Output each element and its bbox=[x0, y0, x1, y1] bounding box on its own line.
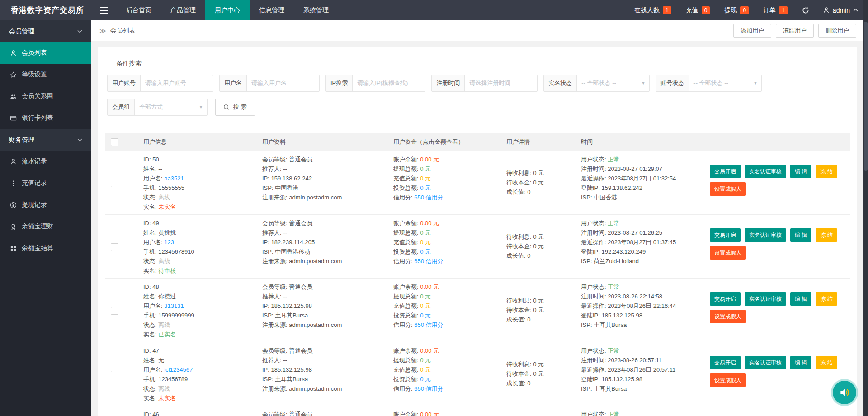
member-recharge-total[interactable]: 0 元 bbox=[420, 366, 431, 373]
field-input[interactable]: 请输入用户名 ▼ bbox=[247, 75, 319, 91]
member-balance[interactable]: 0.00 元 bbox=[420, 156, 439, 163]
field-label: 用户状态: bbox=[581, 284, 608, 290]
action-button[interactable]: 冻 结 bbox=[816, 228, 837, 242]
member-withdraw-total[interactable]: 0 元 bbox=[420, 165, 431, 172]
chevron-down-icon: ▼ bbox=[641, 75, 645, 91]
refresh-icon[interactable] bbox=[795, 7, 816, 14]
user-menu[interactable]: admin bbox=[816, 7, 868, 14]
action-button[interactable]: 实名认证审核 bbox=[745, 292, 786, 306]
action-button[interactable]: 设置成假人 bbox=[710, 310, 746, 323]
member-credit-score[interactable]: 650 信用分 bbox=[414, 194, 443, 201]
nav-tab[interactable]: 信息管理 bbox=[250, 0, 294, 20]
sidebar-item[interactable]: 等级设置 bbox=[0, 64, 91, 85]
member-recharge-total[interactable]: 0 元 bbox=[420, 239, 431, 246]
sidebar-item[interactable]: 银行卡列表 bbox=[0, 107, 91, 129]
member-username-link[interactable]: lcl1234567 bbox=[164, 366, 193, 373]
topbar-stat[interactable]: 充值 0 bbox=[679, 6, 717, 14]
member-group-select[interactable]: 全部方式 ▼ bbox=[135, 99, 207, 115]
sidebar-item[interactable]: 提现记录 bbox=[0, 194, 91, 216]
action-button[interactable]: 交易开启 bbox=[710, 292, 741, 306]
nav-tab[interactable]: 后台首页 bbox=[117, 0, 161, 20]
nav-tab[interactable]: 系统管理 bbox=[294, 0, 338, 20]
hamburger-menu-icon[interactable] bbox=[91, 7, 117, 14]
action-button[interactable]: 实名认证审核 bbox=[745, 228, 786, 242]
nav-tab[interactable]: 产品管理 bbox=[161, 0, 205, 20]
sidebar-group-title[interactable]: 会员管理 bbox=[0, 20, 91, 42]
action-button[interactable]: 设置成假人 bbox=[710, 246, 746, 260]
field-label: 成长值: bbox=[506, 316, 527, 323]
page-action-button[interactable]: 删除用户 bbox=[818, 24, 856, 38]
field-label: 注册来源: bbox=[262, 321, 289, 328]
row-checkbox[interactable] bbox=[111, 307, 118, 315]
member-recharge-total[interactable]: 0 元 bbox=[420, 303, 431, 309]
sidebar-group-title[interactable]: 财务管理 bbox=[0, 129, 91, 151]
sidebar-item[interactable]: 充值记录 bbox=[0, 172, 91, 194]
scrollbar-thumb[interactable] bbox=[864, 22, 868, 171]
member-ip: 185.132.125.98 bbox=[271, 303, 312, 309]
select-all-checkbox[interactable] bbox=[111, 138, 118, 146]
sidebar-item[interactable]: 会员关系网 bbox=[0, 85, 91, 107]
field-label: 姓名: bbox=[143, 357, 158, 364]
action-button[interactable]: 编 辑 bbox=[790, 228, 811, 242]
member-balance[interactable]: 0.00 元 bbox=[420, 284, 439, 290]
action-button[interactable]: 实名认证审核 bbox=[745, 165, 786, 178]
action-button[interactable]: 冻 结 bbox=[816, 356, 837, 369]
action-button[interactable]: 冻 结 bbox=[816, 165, 837, 178]
page-action-button[interactable]: 添加用户 bbox=[733, 24, 771, 38]
member-credit-score[interactable]: 650 信用分 bbox=[414, 385, 443, 392]
member-username-link[interactable]: 123 bbox=[164, 239, 174, 246]
member-balance[interactable]: 0.00 元 bbox=[420, 220, 439, 227]
action-button[interactable]: 交易开启 bbox=[710, 228, 741, 242]
action-button[interactable]: 交易开启 bbox=[710, 356, 741, 369]
field-input[interactable]: -- 全部状态 -- ▼ bbox=[689, 75, 761, 91]
user-icon bbox=[9, 158, 17, 165]
sidebar-item[interactable]: 余额宝理财 bbox=[0, 216, 91, 237]
member-invest-total[interactable]: 0 元 bbox=[420, 312, 431, 319]
sound-float-button[interactable] bbox=[833, 381, 856, 404]
action-button[interactable]: 编 辑 bbox=[790, 165, 811, 178]
row-checkbox[interactable] bbox=[111, 371, 118, 378]
member-invest-total[interactable]: 0 元 bbox=[420, 248, 431, 255]
stat-label: 充值 bbox=[686, 6, 698, 14]
member-username-link[interactable]: aa3521 bbox=[164, 175, 184, 182]
action-button[interactable]: 编 辑 bbox=[790, 292, 811, 306]
action-button[interactable]: 冻 结 bbox=[816, 292, 837, 306]
page-action-button[interactable]: 冻结用户 bbox=[776, 24, 814, 38]
member-invest-total[interactable]: 0 元 bbox=[420, 184, 431, 191]
member-balance[interactable]: 0.00 元 bbox=[420, 347, 439, 354]
action-button[interactable]: 实名认证审核 bbox=[745, 356, 786, 369]
stat-label: 订单 bbox=[763, 6, 776, 14]
member-withdraw-total[interactable]: 0 元 bbox=[420, 357, 431, 364]
field-label: 注册时间 bbox=[432, 75, 465, 91]
sidebar-item[interactable]: 余额宝结算 bbox=[0, 237, 91, 259]
field-input[interactable]: 请选择注册时间 ▼ bbox=[465, 75, 537, 91]
topbar-stat[interactable]: 提现 0 bbox=[717, 6, 756, 14]
sidebar-item[interactable]: 流水记录 bbox=[0, 151, 91, 172]
row-checkbox[interactable] bbox=[111, 243, 118, 251]
row-checkbox[interactable] bbox=[111, 180, 118, 187]
member-withdraw-total[interactable]: 0 元 bbox=[420, 293, 431, 300]
topbar-stat[interactable]: 订单 1 bbox=[756, 6, 795, 14]
field-input[interactable]: 请输入用户账号 ▼ bbox=[141, 75, 213, 91]
sidebar-item[interactable]: 会员列表 bbox=[0, 42, 91, 64]
topbar-stat[interactable]: 在线人数 1 bbox=[627, 6, 679, 14]
field-label: 充值总额: bbox=[393, 303, 420, 309]
member-withdraw-total[interactable]: 0 元 bbox=[420, 229, 431, 236]
member-invest-total[interactable]: 0 元 bbox=[420, 376, 431, 383]
action-button[interactable]: 交易开启 bbox=[710, 165, 741, 178]
search-button[interactable]: 搜 索 bbox=[215, 99, 255, 116]
action-button[interactable]: 设置成假人 bbox=[710, 182, 746, 196]
action-button[interactable]: 编 辑 bbox=[790, 356, 811, 369]
field-label: 推荐人: bbox=[262, 229, 283, 236]
member-recharge-total[interactable]: 0 元 bbox=[420, 175, 431, 182]
nav-tab[interactable]: 用户中心 bbox=[205, 0, 250, 20]
breadcrumb: ≫ 会员列表 bbox=[99, 27, 136, 35]
member-balance[interactable]: 0.00 元 bbox=[420, 411, 439, 416]
member-credit-score[interactable]: 650 信用分 bbox=[414, 258, 443, 265]
field-input[interactable]: 请输入IP(模糊查找) ▼ bbox=[353, 75, 425, 91]
member-credit-score[interactable]: 650 信用分 bbox=[414, 321, 443, 328]
field-input[interactable]: -- 全部状态 -- ▼ bbox=[577, 75, 649, 91]
member-phone: 15555555 bbox=[158, 184, 184, 191]
action-button[interactable]: 设置成假人 bbox=[710, 373, 746, 387]
member-username-link[interactable]: 313131 bbox=[164, 303, 184, 309]
